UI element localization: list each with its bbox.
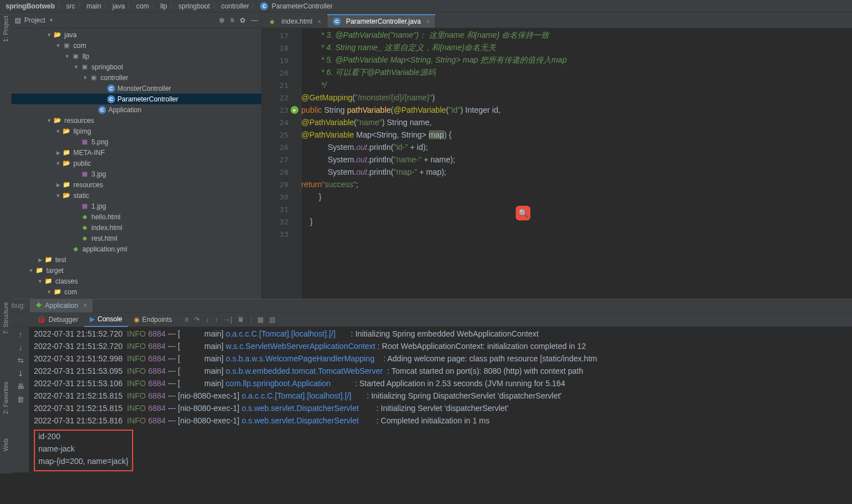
line-number[interactable]: 18 xyxy=(262,42,301,54)
left-tool-strip: 1: Project xyxy=(0,12,11,299)
class-icon: C xyxy=(333,17,341,25)
console-tab[interactable]: ▶Console xyxy=(84,312,128,327)
dropdown-icon[interactable]: ▼ xyxy=(49,17,54,23)
tree-item[interactable]: ▼▣com xyxy=(11,40,261,51)
settings-icon[interactable]: ✿ xyxy=(240,16,245,24)
layout-icon[interactable]: ▦ xyxy=(257,316,263,324)
line-number[interactable]: 21 xyxy=(262,79,301,91)
crumb[interactable]: src xyxy=(66,2,75,10)
tree-item[interactable]: CApplication xyxy=(11,104,261,115)
close-icon[interactable]: × xyxy=(426,18,429,25)
up-icon[interactable]: ↑ xyxy=(19,330,23,339)
line-number[interactable]: 31 xyxy=(262,203,301,215)
folder-open-icon: 📂 xyxy=(53,31,62,39)
crumb[interactable]: springboot xyxy=(178,2,210,10)
line-number[interactable]: 27 xyxy=(262,153,301,166)
tree-item[interactable]: ▼📂static xyxy=(11,190,261,201)
class-icon: C xyxy=(98,106,106,114)
expand-icon[interactable]: ≡ xyxy=(230,16,234,24)
search-badge-icon[interactable]: 🔍 xyxy=(516,206,530,220)
run-to-icon[interactable]: →| xyxy=(223,316,232,324)
tree-item[interactable]: ◆hello.html xyxy=(11,211,261,222)
run-gutter-icon[interactable]: ▸ xyxy=(291,106,298,114)
pkg-icon: ▣ xyxy=(62,42,71,50)
debugger-tab[interactable]: 🐞Debugger xyxy=(32,312,84,327)
project-tool-button[interactable]: 1: Project xyxy=(2,16,9,42)
tree-item[interactable]: ◆index.html xyxy=(11,222,261,233)
step-over-icon[interactable]: ↷ xyxy=(194,316,200,324)
tree-item[interactable]: ▼▣springboot xyxy=(11,61,261,72)
code-editor[interactable]: * 3. @PathVariable("name")： 这里name 和{nam… xyxy=(301,28,852,299)
close-icon[interactable]: × xyxy=(83,302,87,310)
line-number[interactable]: 23▸ xyxy=(262,104,301,116)
crumb[interactable]: main xyxy=(86,2,101,10)
console-output[interactable]: 2022-07-31 21:51:52.720 INFO 6884 --- [ … xyxy=(29,327,852,472)
crumb[interactable]: springBootweb xyxy=(6,2,55,10)
line-number[interactable]: 24 xyxy=(262,116,301,129)
web-tool-button[interactable]: Web xyxy=(2,439,9,451)
tree-item[interactable]: CMonsterController xyxy=(11,83,261,94)
wrap-icon[interactable]: ⇆ xyxy=(17,356,24,365)
tree-item[interactable]: ▦3.jpg xyxy=(11,169,261,179)
close-icon[interactable]: × xyxy=(318,18,321,25)
img-icon: ▦ xyxy=(80,202,89,210)
tree-item[interactable]: ▦5.png xyxy=(11,136,261,147)
tree-item[interactable]: ▼📂llpimg xyxy=(11,126,261,136)
tree-item[interactable]: ▼📁target xyxy=(11,265,261,276)
clear-icon[interactable]: 🗑 xyxy=(17,395,24,404)
line-number[interactable]: 22 xyxy=(262,91,301,104)
tree-item[interactable]: ▶📁resources xyxy=(11,179,261,190)
tree-item[interactable]: ▶📁META-INF xyxy=(11,147,261,158)
tree-item[interactable]: ▼▣llp xyxy=(11,51,261,61)
print-icon[interactable]: 🖶 xyxy=(17,382,24,391)
tree-item[interactable]: ▼▣controller xyxy=(11,72,261,83)
class-icon: C xyxy=(107,95,115,103)
line-number[interactable]: 25 xyxy=(262,129,301,141)
crumb[interactable]: java xyxy=(112,2,125,10)
crumb[interactable]: controller xyxy=(221,2,249,10)
step-icon[interactable]: ≡ xyxy=(185,316,188,324)
crumb-file[interactable]: ParameterController xyxy=(271,2,332,10)
line-number[interactable]: 32 xyxy=(262,215,301,228)
down-icon[interactable]: ↓ xyxy=(19,343,23,352)
scroll-icon[interactable]: ⤓ xyxy=(17,369,24,378)
tree-item[interactable]: ▶📁test xyxy=(11,254,261,265)
editor-tab[interactable]: ◆index.html× xyxy=(262,14,327,28)
favorites-tool-button[interactable]: 2: Favorites xyxy=(2,382,9,414)
line-number[interactable]: 20 xyxy=(262,67,301,79)
tree-item[interactable]: ◆application.yml xyxy=(11,244,261,254)
tree-item[interactable]: ▦1.jpg xyxy=(11,201,261,211)
line-number[interactable]: 33 xyxy=(262,228,301,240)
endpoints-tab[interactable]: ◉Endpoints xyxy=(128,312,178,327)
html-icon: ◆ xyxy=(80,224,89,232)
debug-toolbar: 🐞Debugger ▶Console ◉Endpoints ≡ ↷ ↓ ↑ →|… xyxy=(0,312,852,327)
evaluate-icon[interactable]: 🖩 xyxy=(238,316,244,324)
tree-item[interactable]: ▼📁com xyxy=(11,286,261,297)
line-number[interactable]: 17 xyxy=(262,29,301,42)
crumb[interactable]: llp xyxy=(160,2,167,10)
line-number[interactable]: 26 xyxy=(262,141,301,153)
line-number[interactable]: 30 xyxy=(262,191,301,203)
layout2-icon[interactable]: ▥ xyxy=(269,316,275,324)
step-into-icon[interactable]: ↓ xyxy=(205,316,209,324)
code-line: * 4. String name_ 这里自定义，和{name}命名无关 xyxy=(301,43,496,53)
project-title[interactable]: Project xyxy=(24,16,45,24)
line-number[interactable]: 29 xyxy=(262,178,301,191)
structure-tool-button[interactable]: 7: Structure xyxy=(2,302,9,334)
step-out-icon[interactable]: ↑ xyxy=(214,316,218,324)
tree-item[interactable]: ▼📂public xyxy=(11,158,261,169)
editor-tab[interactable]: CParameterController.java× xyxy=(327,14,436,28)
debug-app-name: Application xyxy=(45,302,78,310)
line-number[interactable]: 19 xyxy=(262,54,301,67)
tree-item[interactable]: ▼📂java xyxy=(11,29,261,40)
locate-icon[interactable]: ⊕ xyxy=(219,16,225,24)
line-number[interactable]: 28 xyxy=(262,166,301,178)
project-tree[interactable]: ▼📂java▼▣com▼▣llp▼▣springboot▼▣controller… xyxy=(11,28,261,299)
tree-item[interactable]: CParameterController xyxy=(11,94,261,104)
tree-item[interactable]: ▼📂resources xyxy=(11,115,261,126)
debug-config-tab[interactable]: ⯌ Application × xyxy=(30,299,93,312)
hide-icon[interactable]: — xyxy=(251,16,258,24)
crumb[interactable]: com xyxy=(136,2,149,10)
tree-item[interactable]: ▼📁classes xyxy=(11,276,261,286)
tree-item[interactable]: ◆rest.html xyxy=(11,233,261,244)
